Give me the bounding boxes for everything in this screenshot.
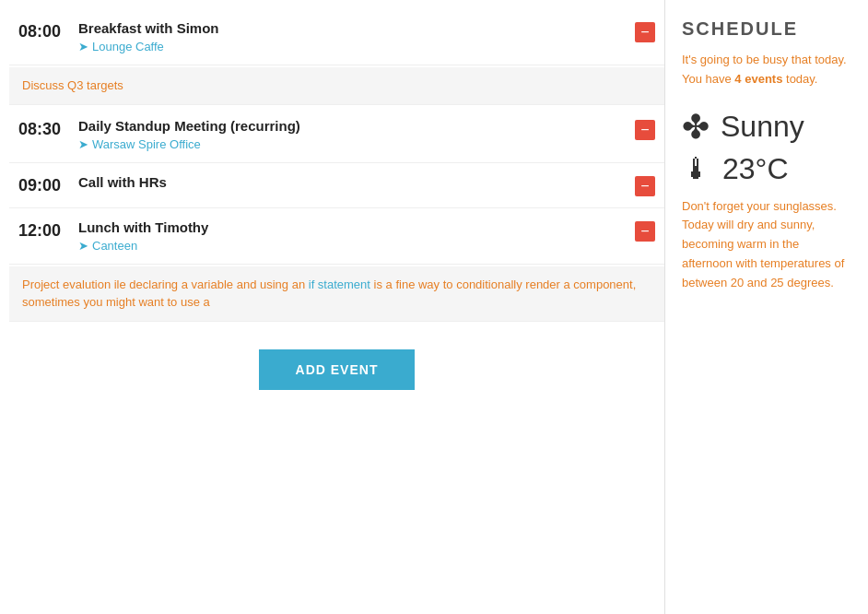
event-time: 08:30 <box>18 118 78 139</box>
event-title: Call with HRs <box>78 174 635 190</box>
delete-event-button[interactable]: − <box>635 221 655 242</box>
add-event-button[interactable]: ADD EVENT <box>259 349 416 390</box>
event-title: Lunch with Timothy <box>78 219 635 235</box>
event-time: 12:00 <box>18 219 78 241</box>
delete-event-button[interactable]: − <box>635 176 655 196</box>
thermometer-icon: 🌡 <box>682 152 711 186</box>
weather-detail: Don't forget your sunglasses. Today will… <box>682 197 851 293</box>
schedule-left-panel: 08:00 Breakfast with Simon ➤ Lounge Caff… <box>0 0 665 614</box>
sun-icon: ✤ <box>682 108 710 147</box>
event-title: Daily Standup Meeting (recurring) <box>78 118 635 134</box>
event-row: 08:00 Breakfast with Simon ➤ Lounge Caff… <box>9 9 664 65</box>
event-row: 09:00 Call with HRs − <box>9 163 664 208</box>
event-note: Project evalution ile declaring a variab… <box>9 266 664 322</box>
note-text-event4: Project evalution ile declaring a variab… <box>22 277 636 310</box>
event-note: Discuss Q3 targets <box>9 67 664 105</box>
event-details: Breakfast with Simon ➤ Lounge Caffe <box>78 20 635 53</box>
event-location: ➤ Canteen <box>78 239 635 253</box>
weather-condition: Sunny <box>721 110 804 144</box>
event-details: Call with HRs <box>78 174 635 194</box>
event-time: 08:00 <box>18 20 78 41</box>
event-row: 08:30 Daily Standup Meeting (recurring) … <box>9 107 664 163</box>
location-icon: ➤ <box>78 239 88 253</box>
weather-temp-row: 🌡 23°C <box>682 152 851 186</box>
event-count-badge: 4 events <box>734 72 782 86</box>
intro-text-2: today. <box>782 72 817 86</box>
event-row: 12:00 Lunch with Timothy ➤ Canteen − <box>9 208 664 265</box>
event-location: ➤ Warsaw Spire Office <box>78 137 635 151</box>
event-details: Lunch with Timothy ➤ Canteen <box>78 219 635 253</box>
delete-event-button[interactable]: − <box>635 22 655 42</box>
note-highlight-link: if statement <box>309 277 370 291</box>
sidebar-panel: SCHEDULE It's going to be busy that toda… <box>665 0 868 614</box>
location-text: Warsaw Spire Office <box>92 137 201 151</box>
schedule-title: SCHEDULE <box>682 18 851 40</box>
event-location: ➤ Lounge Caffe <box>78 40 635 53</box>
note-text: Discuss Q3 targets <box>22 78 123 92</box>
location-icon: ➤ <box>78 40 88 53</box>
weather-condition-row: ✤ Sunny <box>682 108 851 147</box>
event-time: 09:00 <box>18 174 78 195</box>
event-details: Daily Standup Meeting (recurring) ➤ Wars… <box>78 118 635 151</box>
weather-temp: 23°C <box>722 152 789 186</box>
delete-event-button[interactable]: − <box>635 120 655 140</box>
location-text: Canteen <box>92 239 137 253</box>
location-icon: ➤ <box>78 137 88 151</box>
schedule-description: It's going to be busy that today. You ha… <box>682 51 851 89</box>
event-title: Breakfast with Simon <box>78 20 635 36</box>
location-text: Lounge Caffe <box>92 40 164 53</box>
